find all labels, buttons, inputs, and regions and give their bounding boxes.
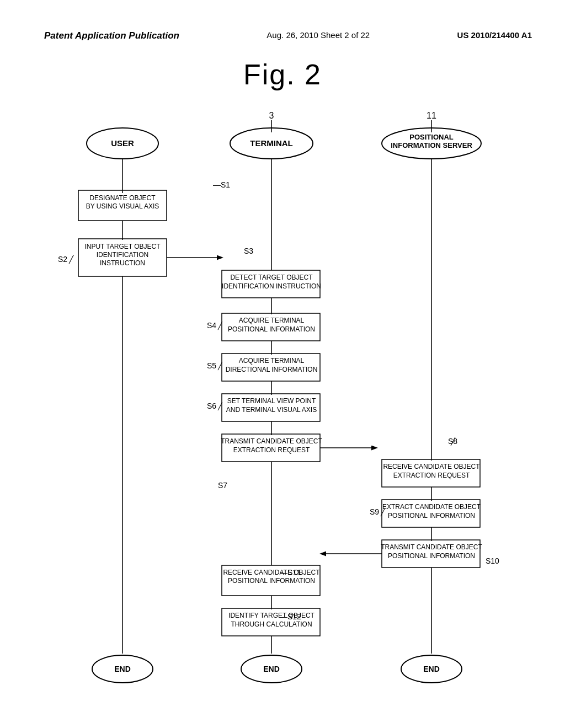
s9-text-line1: EXTRACT CANDIDATE OBJECT: [382, 503, 481, 511]
s7-text-line1: TRANSMIT CANDIDATE OBJECT: [221, 437, 322, 445]
s6-text-line2: AND TERMINAL VISUAL AXIS: [226, 406, 317, 414]
s5-step-label: S5: [207, 361, 216, 370]
header-publication-label: Patent Application Publication: [44, 30, 179, 41]
s8-slash: ╱: [450, 437, 456, 446]
s5-text-line1: ACQUIRE TERMINAL: [239, 357, 305, 365]
s3-text-line2: IDENTIFICATION INSTRUCTION: [222, 282, 321, 290]
s6-step-label: S6: [207, 402, 216, 410]
s8-text-line1: RECEIVE CANDIDATE OBJECT: [383, 463, 480, 470]
s2-step-label: S2: [58, 255, 67, 264]
s2-text-line3: INSTRUCTION: [100, 259, 145, 267]
s11-text-line1: RECEIVE CANDIDATE OBJECT: [223, 569, 320, 576]
s6-text-line1: SET TERMINAL VIEW POINT: [227, 397, 316, 405]
s2-step-slash: ╱: [68, 255, 74, 264]
end-user-label: END: [114, 665, 131, 673]
s7-step-label: S7: [218, 481, 227, 490]
s9-text-line2: POSITIONAL INFORMATION: [388, 512, 475, 520]
s8-text-line2: EXTRACTION REQUEST: [393, 472, 470, 479]
ref-3-label: 3: [269, 111, 274, 120]
s2-text-line2: IDENTIFICATION: [97, 251, 148, 259]
s7-text-line2: EXTRACTION REQUEST: [233, 446, 310, 454]
flowchart-diagram: 3 11 USER TERMINAL POSITIONAL INFORMATIO…: [34, 102, 531, 709]
user-label: USER: [111, 138, 134, 148]
s5-text-line2: DIRECTIONAL INFORMATION: [226, 366, 318, 373]
s10-text-line2: POSITIONAL INFORMATION: [388, 552, 475, 560]
s3-text-line1: DETECT TARGET OBJECT: [230, 274, 313, 281]
server-label-line2: INFORMATION SERVER: [391, 141, 472, 149]
s1-step-label: —S1: [213, 180, 230, 189]
server-label-line1: POSITIONAL: [409, 133, 454, 141]
header-date-sheet: Aug. 26, 2010 Sheet 2 of 22: [266, 30, 370, 40]
page: Patent Application Publication Aug. 26, …: [0, 0, 565, 728]
s10-step-label: S10: [486, 556, 499, 565]
s4-text-line1: ACQUIRE TERMINAL: [239, 317, 305, 324]
header-patent-number: US 2010/214400 A1: [457, 30, 532, 40]
s9-step-label: S9: [370, 507, 379, 516]
figure-title: Fig. 2: [22, 58, 543, 91]
end-terminal-label: END: [263, 665, 280, 673]
s1-text-line1: DESIGNATE OBJECT: [89, 194, 156, 202]
diagram-area: Fig. 2 3 11 USER TERMINAL POSITIONAL INF…: [0, 52, 565, 714]
terminal-label: TERMINAL: [250, 138, 293, 148]
s12-text-line1: IDENTIFY TARGET OBJECT: [228, 612, 315, 619]
s11-text-line2: POSITIONAL INFORMATION: [228, 577, 315, 585]
s2-text-line1: INPUT TARGET OBJECT: [84, 243, 161, 250]
s1-text-line2: BY USING VISUAL AXIS: [86, 202, 159, 210]
s3-step-label: S3: [244, 247, 253, 255]
s4-step-label: S4: [207, 321, 216, 330]
header: Patent Application Publication Aug. 26, …: [0, 0, 565, 52]
ref-11-label: 11: [427, 111, 436, 120]
end-server-label: END: [423, 665, 440, 673]
s10-text-line1: TRANSMIT CANDIDATE OBJECT: [381, 543, 482, 551]
s4-text-line2: POSITIONAL INFORMATION: [228, 325, 315, 333]
s12-text-line2: THROUGH CALCULATION: [231, 620, 312, 628]
